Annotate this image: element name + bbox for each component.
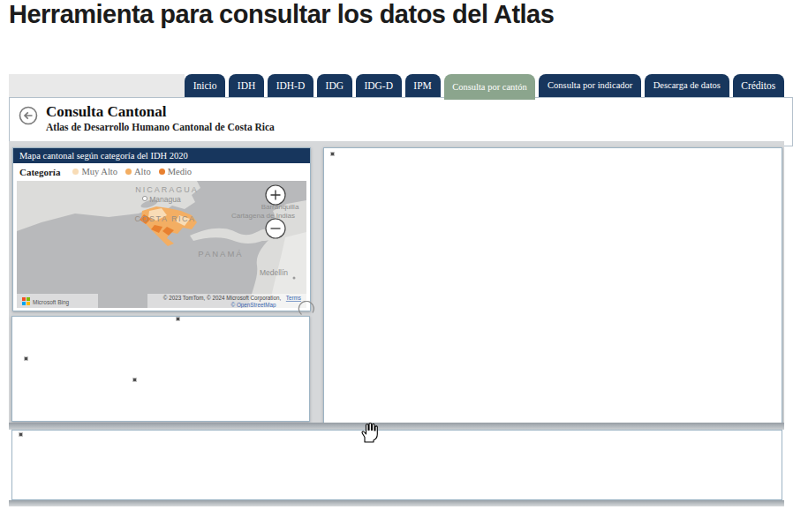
back-button[interactable] [19, 106, 38, 125]
legend-label-alto: Alto [134, 167, 151, 176]
legend-item-alto: Alto [125, 167, 151, 176]
svg-text:© 2023 TomTom, © 2024 Microsof: © 2023 TomTom, © 2024 Microsoft Corporat… [163, 295, 301, 302]
section-header: Consulta Cantonal Atlas de Desarrollo Hu… [9, 97, 793, 146]
tab-consulta-por-indicador[interactable]: Consulta por indicador [539, 74, 641, 97]
map-label-medellin: Medellín [260, 268, 288, 277]
bing-logo-text: Microsoft Bing [33, 299, 70, 306]
legend-item-medio: Medio [159, 167, 192, 176]
tab-idg[interactable]: IDG [317, 74, 352, 97]
map-copyright: © 2023 TomTom, © 2024 Microsoft Corporat… [163, 295, 282, 302]
arrow-left-circle-icon [19, 106, 38, 125]
zoom-out-button[interactable] [266, 219, 285, 238]
map-label-panama: PANAMÁ [198, 249, 243, 259]
tab-idh[interactable]: IDH [229, 74, 264, 97]
hand-cursor-icon [357, 420, 381, 444]
map-label-nicaragua: NICARAGUA [135, 185, 199, 194]
divider-band [9, 500, 784, 506]
map-panel-title: Mapa cantonal según categoría del IDH 20… [13, 148, 310, 163]
terms-link[interactable]: Terms [286, 295, 301, 301]
map-label-costa-rica: COSTA RICA [135, 214, 196, 223]
placeholder-dot [133, 378, 136, 381]
loading-arc-icon [298, 301, 315, 318]
section-subtitle: Atlas de Desarrollo Humano Cantonal de C… [46, 121, 275, 133]
tab-idg-d[interactable]: IDG-D [356, 74, 402, 97]
right-panel [323, 147, 782, 423]
map-legend: Categoría Muy Alto Alto Medio [13, 163, 310, 180]
section-title: Consulta Cantonal [46, 103, 275, 121]
tab-descarga-de-datos[interactable]: Descarga de datos [645, 74, 729, 97]
tab-consulta-por-canton[interactable]: Consulta por cantón [444, 74, 536, 100]
tab-ipm[interactable]: IPM [405, 74, 441, 97]
left-lower-panel [11, 316, 310, 422]
placeholder-dot [19, 433, 22, 436]
tab-inicio[interactable]: Inicio [185, 74, 225, 97]
tab-strip-spacer [9, 74, 185, 97]
map-panel: Mapa cantonal según categoría del IDH 20… [12, 147, 311, 311]
legend-dot-medio [159, 169, 165, 175]
page-title: Herramienta para consultar los datos del… [9, 0, 768, 29]
bottom-panel [11, 430, 782, 500]
legend-label-medio: Medio [168, 167, 192, 176]
content-region: Mapa cantonal según categoría del IDH 20… [9, 141, 784, 423]
openstreetmap-link[interactable]: © OpenStreetMap [231, 302, 276, 308]
medellin-marker [293, 277, 296, 280]
managua-marker [142, 196, 147, 200]
tab-idh-d[interactable]: IDH-D [268, 74, 313, 97]
legend-dot-muy-alto [72, 169, 79, 175]
legend-label-muy-alto: Muy Alto [81, 167, 117, 176]
placeholder-dot [25, 357, 27, 360]
map-label-managua: Managua [149, 195, 181, 204]
legend-item-muy-alto: Muy Alto [72, 167, 117, 176]
divider-band [9, 423, 784, 430]
map-label-cartagena: Cartagena de Indias [231, 212, 295, 220]
microsoft-bing-logo: Microsoft Bing [22, 297, 70, 306]
app-window: Herramienta para consultar los datos del… [0, 0, 793, 532]
tab-bar: Inicio IDH IDH-D IDG IDG-D IPM Consulta … [185, 74, 784, 97]
placeholder-dot [331, 153, 334, 155]
map-canvas[interactable]: NICARAGUA Managua COSTA RICA PANAMÁ Barr… [17, 181, 306, 308]
legend-title: Categoría [19, 167, 60, 177]
legend-dot-alto [125, 169, 132, 175]
map-label-barranquilla: Barranquilla [261, 203, 299, 211]
tab-creditos[interactable]: Créditos [733, 74, 784, 97]
placeholder-dot [177, 318, 179, 320]
zoom-in-button[interactable] [266, 185, 285, 205]
